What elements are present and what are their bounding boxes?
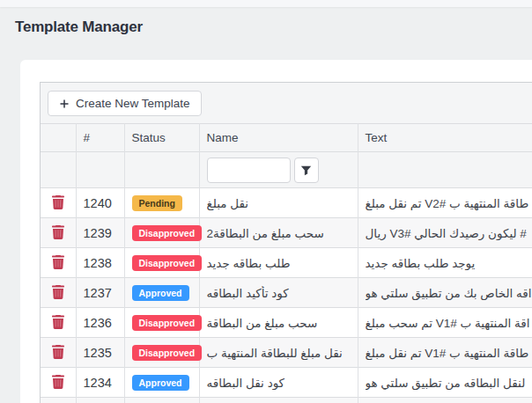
top-nav-edge (0, 0, 532, 7)
row-text: طاقة المنتهية ب #V2 تم نقل مبلغ (366, 196, 532, 210)
delete-row-button[interactable] (48, 373, 68, 391)
column-header-text[interactable]: Text (358, 124, 532, 152)
table-row: 1237 Approved كود تأكيد البطاقه اقه الخا… (41, 278, 532, 308)
table-row-partial (41, 398, 532, 403)
plus-icon (59, 99, 70, 109)
row-id: 1236 (76, 308, 124, 338)
delete-row-button[interactable] (48, 253, 68, 271)
name-filter-input[interactable] (207, 158, 291, 183)
delete-row-button[interactable] (48, 223, 68, 241)
create-new-template-label: Create New Template (76, 97, 190, 110)
filter-cell-name (199, 152, 358, 188)
table-header-row: # Status Name Text (41, 124, 532, 152)
status-badge: Pending (132, 195, 182, 212)
filter-cell-delete (41, 152, 76, 188)
delete-row-button[interactable] (48, 283, 68, 301)
trash-icon (52, 225, 64, 239)
row-name: نقل مبلغ للبطاقة المنتهية ب (207, 346, 351, 360)
table-row: 1239 Disapproved سحب مبلغ من البطاقة2 # … (41, 218, 532, 248)
row-name: طلب بطاقه جديد (207, 256, 351, 270)
table-row: 1235 Disapproved نقل مبلغ للبطاقة المنته… (41, 338, 532, 368)
table-filter-row (41, 152, 532, 188)
filter-cell-id (76, 152, 124, 188)
delete-row-button[interactable] (48, 194, 68, 211)
trash-icon (52, 285, 64, 299)
trash-icon (52, 345, 64, 359)
row-text: يوجد طلب بطاقه جديد (366, 256, 532, 270)
table-toolbar: Create New Template (41, 83, 532, 123)
page-title: Template Manager (15, 18, 143, 36)
trash-icon (52, 255, 64, 269)
row-text: لنقل البطاقه من تطبيق سلتي هو (366, 376, 532, 390)
status-badge: Approved (132, 375, 189, 392)
row-name: كود تأكيد البطاقه (207, 286, 351, 300)
row-id: 1234 (76, 368, 124, 398)
trash-icon (52, 375, 64, 389)
templates-table: # Status Name Text (41, 123, 532, 403)
row-text: # ليكون رصيدك الحالي #V3 ريال (366, 226, 532, 240)
table-row: 1236 Disapproved سحب مبلغ من البطاقة اقة… (41, 308, 532, 338)
row-id: 1239 (76, 218, 124, 248)
row-name: كود نقل البطاقه (207, 376, 351, 390)
row-name: نقل مبلغ (207, 196, 351, 210)
column-header-name[interactable]: Name (199, 124, 358, 152)
trash-icon (52, 195, 64, 209)
delete-row-button[interactable] (48, 343, 68, 361)
table-row: 1240 Pending نقل مبلغ طاقة المنتهية ب #V… (41, 188, 532, 218)
content-card: Create New Template # Status Name Text (20, 60, 532, 403)
row-text: اقه الخاص بك من تطبيق سلتي هو (366, 286, 532, 300)
filter-cell-status (124, 152, 199, 188)
name-filter-button[interactable] (294, 158, 319, 183)
trash-icon (52, 315, 64, 329)
funnel-icon (300, 165, 312, 176)
column-header-delete (41, 124, 76, 152)
row-name: سحب مبلغ من البطاقة (207, 316, 351, 330)
create-new-template-button[interactable]: Create New Template (48, 91, 202, 116)
table-row: 1238 Disapproved طلب بطاقه جديد يوجد طلب… (41, 248, 532, 278)
row-id: 1237 (76, 278, 124, 308)
column-header-status[interactable]: Status (124, 124, 199, 152)
status-badge: Approved (132, 285, 189, 302)
status-badge: Disapproved (132, 315, 203, 332)
row-name: سحب مبلغ من البطاقة2 (207, 226, 351, 240)
status-badge: Disapproved (132, 225, 203, 242)
row-text: طاقة المنتهية ب #V1 تم نقل مبلغ (366, 346, 532, 360)
row-id: 1238 (76, 248, 124, 278)
status-badge: Disapproved (132, 345, 203, 362)
status-badge: Disapproved (132, 255, 203, 272)
row-id: 1240 (76, 188, 124, 218)
row-text: اقة المنتهية ب #V1 تم سحب مبلغ (366, 316, 532, 330)
column-header-id[interactable]: # (76, 124, 124, 152)
delete-row-button[interactable] (48, 313, 68, 331)
row-id: 1235 (76, 338, 124, 368)
table-row: 1234 Approved كود نقل البطاقه لنقل البطا… (41, 368, 532, 398)
templates-table-wrapper: Create New Template # Status Name Text (40, 82, 532, 403)
filter-cell-text (358, 152, 532, 188)
